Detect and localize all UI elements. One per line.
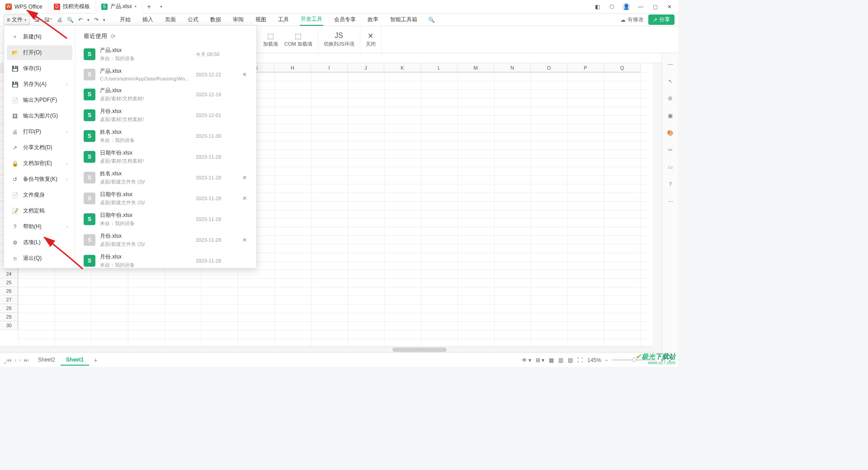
column-header[interactable]: K xyxy=(384,63,421,72)
menu-tab[interactable]: 审阅 xyxy=(232,14,245,25)
preview-icon[interactable]: 🔍 xyxy=(67,17,74,23)
file-menu-item[interactable]: 💾 保存(S) xyxy=(7,61,72,76)
remove-recent-icon[interactable]: ✕ xyxy=(241,237,248,243)
remove-recent-icon[interactable]: ✕ xyxy=(241,71,248,78)
save-icon[interactable]: 🖫 xyxy=(34,17,40,23)
saveas-icon[interactable]: 🖫⁺ xyxy=(44,17,52,23)
ribbon-button[interactable]: ⬚加载项 xyxy=(263,32,278,47)
recent-file-item[interactable]: S 姓名.xlsx 来自：我的设备 2023-11-30 ✕ xyxy=(79,126,253,146)
file-menu-item[interactable]: 🖼 输出为图片(G) xyxy=(7,108,72,123)
file-menu-item[interactable]: ↗ 分享文档(D) xyxy=(7,140,72,155)
recent-file-item[interactable]: S 日期年份.xlsx 桌面/素材/文档素材/ 2023-11-28 ✕ xyxy=(79,146,253,167)
layout-icon[interactable]: ▣ xyxy=(666,111,675,120)
tools-icon[interactable]: ✂ xyxy=(666,146,675,155)
row-header[interactable]: 27 xyxy=(0,296,18,304)
column-header[interactable]: P xyxy=(567,63,604,72)
file-menu-item[interactable]: 🔒 文档加密(E) › xyxy=(7,156,72,171)
ribbon-button[interactable]: ⬚COM 加载项 xyxy=(284,32,312,47)
id-icon[interactable]: ▭ xyxy=(666,163,675,172)
file-menu-item[interactable]: ⚙ 选项(L) xyxy=(7,235,72,250)
column-header[interactable]: L xyxy=(421,63,458,72)
row-header[interactable]: 29 xyxy=(0,313,18,321)
file-menu-item[interactable]: ＋ 新建(N) xyxy=(7,29,72,44)
column-header[interactable]: I xyxy=(311,63,348,72)
redo-icon[interactable]: ↷ xyxy=(94,17,99,23)
row-header[interactable]: 28 xyxy=(0,304,18,313)
horizontal-scrollbar[interactable] xyxy=(0,346,653,352)
column-header[interactable]: O xyxy=(531,63,567,72)
file-menu-item[interactable]: 📝 文档定稿 xyxy=(7,203,72,218)
file-menu-item[interactable]: 📂 打开(O) xyxy=(7,45,72,60)
menu-tab[interactable]: 数据 xyxy=(209,14,222,25)
menu-tab[interactable]: 开始 xyxy=(119,14,132,25)
help-icon[interactable]: ? xyxy=(666,180,675,189)
menu-tab[interactable]: 公式 xyxy=(187,14,199,25)
menu-tab[interactable]: 页面 xyxy=(164,14,177,25)
robot-icon[interactable]: ⚙ xyxy=(666,94,675,103)
file-menu-item[interactable]: 📄 输出为PDF(F) xyxy=(7,93,72,108)
redo-drop-icon[interactable]: ▾ xyxy=(103,18,105,22)
menu-tab[interactable]: 会员专享 xyxy=(333,14,357,25)
file-menu-item[interactable]: 💾 另存为(A) › xyxy=(7,77,72,92)
share-icon: ↗ xyxy=(653,17,657,23)
share-button[interactable]: ↗ 分享 xyxy=(648,14,675,25)
remove-recent-icon[interactable]: ✕ xyxy=(241,174,248,181)
close-button[interactable]: ✕ xyxy=(665,3,674,11)
print-icon[interactable]: 🖨 xyxy=(57,17,62,23)
minimize-button[interactable]: — xyxy=(637,3,645,11)
refresh-icon[interactable]: ⟳ xyxy=(111,33,116,40)
cube-icon[interactable]: ⬡ xyxy=(608,3,616,11)
menu-tab[interactable]: 开发工具 xyxy=(300,14,323,26)
cursor-icon[interactable]: ↖ xyxy=(666,77,675,86)
recent-file-item[interactable]: S 产品.xlsx 来自：我的设备 今天 08:50 ✕ xyxy=(79,44,253,65)
sidebar-toggle-icon[interactable]: ◧ xyxy=(593,3,601,11)
search-icon[interactable]: 🔍 xyxy=(428,17,435,23)
column-header[interactable]: J xyxy=(348,63,384,72)
recent-file-item[interactable]: S 日期年份.xlsx 桌面/新建文件夹 (3)/ 2023-11-28 ✕ xyxy=(79,188,253,209)
title-tab[interactable]: S 产品.xlsx • xyxy=(96,0,142,14)
menu-tab[interactable]: 智能工具箱 xyxy=(389,14,418,25)
more-icon[interactable]: ⋯ xyxy=(666,197,675,206)
menu-tab[interactable]: 插入 xyxy=(142,14,154,25)
ribbon-button[interactable]: JS切换到JS环境 xyxy=(324,32,354,47)
maximize-button[interactable]: ▢ xyxy=(651,3,659,11)
row-header[interactable]: 30 xyxy=(0,321,18,330)
file-menu-item[interactable]: 📄 文件瘦身 xyxy=(7,188,72,202)
title-tab[interactable]: W WPS Office xyxy=(0,0,48,14)
column-header[interactable]: H xyxy=(274,63,311,72)
file-menu-item[interactable]: ? 帮助(H) › xyxy=(7,219,72,234)
menu-tab[interactable]: 效率 xyxy=(367,14,379,25)
row-header[interactable]: 24 xyxy=(0,270,18,278)
row-header[interactable]: 26 xyxy=(0,287,18,296)
ribbon-button[interactable]: ✕关闭 xyxy=(366,32,376,47)
collapse-icon[interactable]: — xyxy=(666,60,675,69)
scroll-thumb[interactable] xyxy=(392,348,447,352)
file-menu-button[interactable]: ≡ 文件 ▾ xyxy=(4,14,30,25)
recent-file-item[interactable]: S 月份.xlsx 桌面/新建文件夹 (3)/ 2023-11-28 ✕ xyxy=(79,230,253,250)
style-icon[interactable]: 🎨 xyxy=(666,128,675,137)
file-menu-item[interactable]: ↺ 备份与恢复(K) › xyxy=(7,172,72,187)
recent-file-item[interactable]: S 月份.xlsx 来自：我的设备 2023-11-28 ✕ xyxy=(79,250,253,268)
recent-file-item[interactable]: S 姓名.xlsx 桌面/新建文件夹 (3)/ 2023-11-28 ✕ xyxy=(79,167,253,188)
recent-file-item[interactable]: S 日期年份.xlsx 来自：我的设备 2023-11-28 ✕ xyxy=(79,209,253,230)
menu-tab[interactable]: 工具 xyxy=(277,14,290,25)
new-tab-button[interactable]: + xyxy=(142,3,156,11)
column-header[interactable]: M xyxy=(458,63,494,72)
recent-file-item[interactable]: S 月份.xlsx 桌面/素材/文档素材/ 2023-12-01 ✕ xyxy=(79,105,253,126)
recent-file-item[interactable]: S 产品.xlsx 桌面/素材/文档素材/ 2023-12-18 ✕ xyxy=(79,84,253,105)
recent-file-item[interactable]: S 产品.xlsx C:/Users/admin/AppData/Roaming… xyxy=(79,65,253,84)
row-header[interactable]: 25 xyxy=(0,278,18,287)
menu-tab[interactable]: 视图 xyxy=(255,14,267,25)
modified-indicator[interactable]: ☁ 有修改 xyxy=(620,16,644,24)
undo-drop-icon[interactable]: ▾ xyxy=(87,18,90,22)
column-header[interactable]: Q xyxy=(604,63,641,72)
file-menu-item[interactable]: 🖨 打印(P) › xyxy=(7,124,72,139)
column-header[interactable]: N xyxy=(494,63,531,72)
avatar-icon[interactable]: 👤 xyxy=(622,3,630,11)
recent-file-name: 产品.xlsx xyxy=(100,87,191,94)
undo-icon[interactable]: ↶ xyxy=(78,17,83,23)
title-tab[interactable]: D 找稻壳模板 xyxy=(48,0,96,14)
file-menu-item[interactable]: ⎋ 退出(Q) xyxy=(7,251,72,266)
remove-recent-icon[interactable]: ✕ xyxy=(241,195,248,202)
tab-dropdown[interactable]: ▾ xyxy=(156,4,167,9)
